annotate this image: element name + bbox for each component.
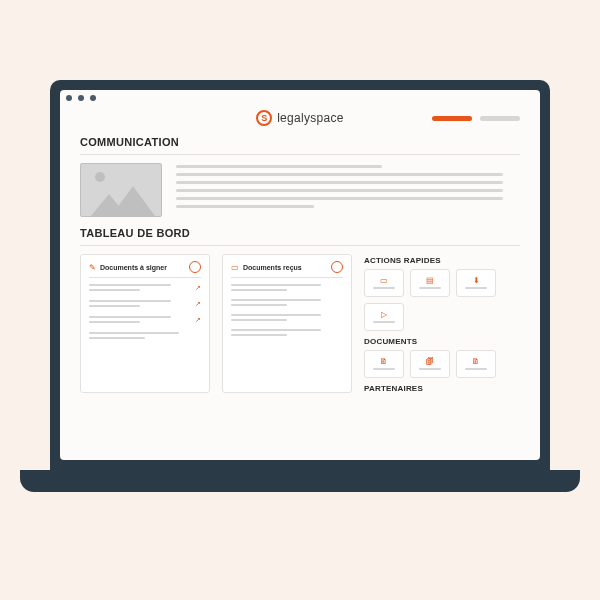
- document-sign-icon: ✎: [89, 263, 96, 272]
- section-title-communication: COMMUNICATION: [80, 136, 520, 148]
- document-tile[interactable]: 🗎: [364, 350, 404, 378]
- quick-action-tile[interactable]: ▭: [364, 269, 404, 297]
- list-item[interactable]: [231, 314, 343, 321]
- widget-title-documents: DOCUMENTS: [364, 337, 520, 346]
- card-documents-received[interactable]: ▭ Documents reçus: [222, 254, 352, 393]
- header-nav: [432, 116, 520, 121]
- list-item[interactable]: [231, 329, 343, 336]
- document-icon: 🗎: [380, 358, 388, 366]
- main-content: COMMUNICATION TABLEAU DE BORD: [60, 132, 540, 460]
- list-item[interactable]: ↗: [89, 284, 201, 292]
- divider: [80, 154, 520, 155]
- sidebar-widgets: ACTIONS RAPIDES ▭ ▤ ⬇ ▷ DOCUMENTS 🗎 🗐 🗎 …: [364, 254, 520, 393]
- inbox-icon: ▭: [231, 263, 239, 272]
- logo[interactable]: S legalyspace: [256, 110, 344, 126]
- refresh-icon[interactable]: [189, 261, 201, 273]
- window-dot[interactable]: [78, 95, 84, 101]
- divider: [80, 245, 520, 246]
- document-tile[interactable]: 🗐: [410, 350, 450, 378]
- card-documents-to-sign[interactable]: ✎ Documents à signer ↗ ↗ ↗: [80, 254, 210, 393]
- card-title: Documents à signer: [100, 264, 185, 271]
- list-item[interactable]: [89, 332, 201, 339]
- action-icon: ⬇: [473, 277, 480, 285]
- quick-action-tile[interactable]: ▤: [410, 269, 450, 297]
- laptop-frame: S legalyspace COMMUNICATION: [50, 80, 550, 470]
- laptop-base: [20, 470, 580, 492]
- action-icon: ▤: [426, 277, 434, 285]
- list-item[interactable]: [231, 299, 343, 306]
- image-placeholder-icon: [80, 163, 162, 217]
- window-dot[interactable]: [90, 95, 96, 101]
- section-title-dashboard: TABLEAU DE BORD: [80, 227, 520, 239]
- widget-title-partners: PARTENAIRES: [364, 384, 520, 393]
- nav-item[interactable]: [480, 116, 520, 121]
- card-title: Documents reçus: [243, 264, 327, 271]
- document-tile[interactable]: 🗎: [456, 350, 496, 378]
- app-header: S legalyspace: [60, 106, 540, 132]
- refresh-icon[interactable]: [331, 261, 343, 273]
- open-icon[interactable]: ↗: [195, 300, 201, 308]
- window-dot[interactable]: [66, 95, 72, 101]
- list-item[interactable]: ↗: [89, 300, 201, 308]
- list-item[interactable]: [231, 284, 343, 291]
- quick-action-tile[interactable]: ▷: [364, 303, 404, 331]
- communication-block: [80, 163, 520, 217]
- open-icon[interactable]: ↗: [195, 284, 201, 292]
- logo-text: legalyspace: [277, 111, 344, 125]
- document-icon: 🗎: [472, 358, 480, 366]
- nav-item-active[interactable]: [432, 116, 472, 121]
- logo-icon: S: [256, 110, 272, 126]
- window-controls: [60, 90, 540, 106]
- quick-action-tile[interactable]: ⬇: [456, 269, 496, 297]
- widget-title-quick-actions: ACTIONS RAPIDES: [364, 256, 520, 265]
- action-icon: ▭: [380, 277, 388, 285]
- list-item[interactable]: ↗: [89, 316, 201, 324]
- screen: S legalyspace COMMUNICATION: [60, 90, 540, 460]
- open-icon[interactable]: ↗: [195, 316, 201, 324]
- dashboard-row: ✎ Documents à signer ↗ ↗ ↗: [80, 254, 520, 393]
- action-icon: ▷: [381, 311, 387, 319]
- document-icon: 🗐: [426, 358, 434, 366]
- communication-text: [176, 163, 520, 217]
